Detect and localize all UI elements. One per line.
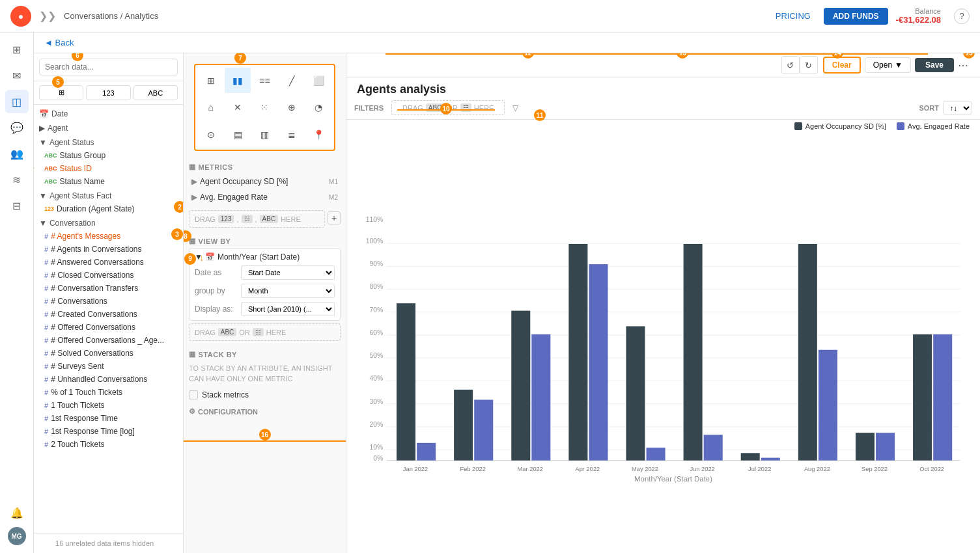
help-button[interactable]: ? <box>954 8 970 24</box>
nav-logo: ● <box>10 6 31 27</box>
add-funds-button[interactable]: ADD FUNDS <box>824 8 888 25</box>
pricing-link[interactable]: PRICING <box>776 11 811 21</box>
nav-breadcrumb: Conversations / Analytics <box>64 11 158 21</box>
balance-value: -€31,622.08 <box>896 15 941 25</box>
balance-display: Balance -€31,622.08 <box>896 7 941 25</box>
balance-label: Balance <box>896 7 941 15</box>
nav-chevron[interactable]: ❯❯ <box>39 10 56 22</box>
top-nav: ● ❯❯ Conversations / Analytics PRICING A… <box>0 0 980 33</box>
